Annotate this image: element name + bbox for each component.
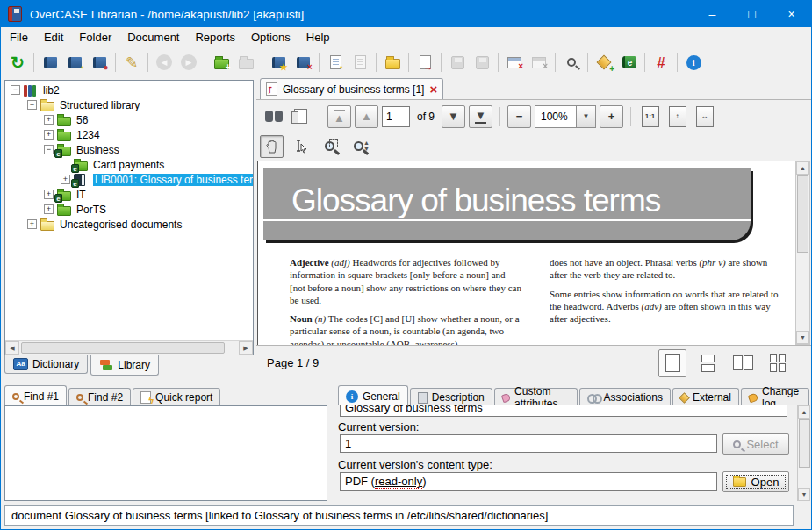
- collapse-icon[interactable]: [44, 145, 54, 154]
- scroll-down-icon[interactable]: ▼: [798, 488, 810, 501]
- facing-pages-layout-icon[interactable]: [729, 349, 757, 377]
- last-page-button[interactable]: ▼: [469, 105, 492, 128]
- delete-document-book-icon[interactable]: ×: [291, 50, 315, 75]
- scrollbar-thumb[interactable]: [21, 342, 225, 354]
- detail-vertical-scrollbar[interactable]: ▲ ▼: [797, 405, 811, 501]
- menu-document[interactable]: Document: [119, 28, 187, 47]
- open-button[interactable]: Open: [722, 471, 789, 492]
- menu-options[interactable]: Options: [243, 28, 298, 47]
- scrollbar-thumb[interactable]: [799, 419, 810, 468]
- continuous-layout-icon[interactable]: [693, 349, 722, 377]
- find-in-document-icon[interactable]: [262, 105, 285, 128]
- zoom-out-button[interactable]: −: [507, 105, 531, 128]
- zoom-in-button[interactable]: +: [600, 105, 623, 128]
- first-page-button[interactable]: ▲: [327, 105, 351, 128]
- menu-reports[interactable]: Reports: [187, 28, 243, 47]
- tree-item-ports[interactable]: PorTS: [5, 202, 253, 217]
- back-icon[interactable]: ◀: [152, 50, 176, 75]
- dynamic-zoom-tool-icon[interactable]: ▲▼: [347, 135, 370, 158]
- scrollbar-thumb[interactable]: [797, 175, 808, 253]
- pdf-vertical-scrollbar[interactable]: ▲ ▼: [795, 161, 810, 345]
- chevron-down-icon[interactable]: ▼: [576, 106, 595, 127]
- scroll-right-icon[interactable]: ▶: [239, 341, 253, 355]
- ebook-icon[interactable]: e: [616, 50, 641, 75]
- scroll-up-icon[interactable]: ▲: [798, 405, 810, 419]
- tab-change-log[interactable]: Change log: [741, 388, 809, 407]
- scroll-left-icon[interactable]: ◀: [5, 341, 19, 355]
- maximize-button[interactable]: □: [732, 1, 772, 27]
- close-all-windows-icon[interactable]: ×: [527, 50, 551, 75]
- edit-note-icon[interactable]: [119, 50, 144, 75]
- info-icon[interactable]: i: [681, 50, 706, 75]
- menu-edit[interactable]: Edit: [36, 28, 71, 47]
- expand-icon[interactable]: [44, 130, 54, 140]
- library-book-remove-icon[interactable]: ●: [87, 50, 111, 75]
- tab-glossary-document[interactable]: Glossary of business terms [1] ×: [260, 78, 443, 99]
- page-number-input[interactable]: [382, 106, 410, 127]
- fit-page-icon[interactable]: ↕: [665, 105, 689, 128]
- minimize-button[interactable]: –: [693, 1, 732, 27]
- hand-tool-icon[interactable]: [260, 135, 284, 158]
- tree-item-it[interactable]: e IT: [5, 187, 253, 202]
- find-results-area[interactable]: [4, 405, 327, 501]
- open-library-book-icon[interactable]: ▫: [38, 50, 62, 75]
- pdf-page-view[interactable]: Glossary of business terms Adjective (ad…: [257, 161, 795, 345]
- refresh-icon[interactable]: [5, 50, 30, 75]
- scroll-down-icon[interactable]: ▼: [796, 331, 809, 344]
- new-document-icon[interactable]: ▪: [323, 50, 348, 75]
- continuous-facing-layout-icon[interactable]: [764, 349, 792, 377]
- folder-disabled-icon[interactable]: [234, 50, 258, 75]
- menu-help[interactable]: Help: [298, 28, 338, 47]
- tab-find-2[interactable]: Find #2: [68, 388, 131, 407]
- content-type-field[interactable]: PDF (read-only): [340, 472, 717, 491]
- tab-quick-report[interactable]: Quick report: [133, 388, 220, 407]
- save-icon[interactable]: [445, 50, 470, 75]
- scroll-up-icon[interactable]: ▲: [796, 161, 809, 175]
- single-page-layout-icon[interactable]: [658, 349, 686, 377]
- library-book-note-icon[interactable]: ▪: [62, 50, 87, 75]
- current-version-field[interactable]: 1: [340, 434, 717, 453]
- search-icon[interactable]: [559, 50, 584, 75]
- tab-general[interactable]: i General: [338, 385, 408, 407]
- tree-item-business[interactable]: e Business: [5, 142, 253, 157]
- close-document-icon[interactable]: ×: [429, 82, 437, 96]
- document-disabled-icon[interactable]: [348, 50, 372, 75]
- expand-icon[interactable]: [44, 115, 54, 125]
- tree-item-lib2[interactable]: lib2: [5, 82, 253, 97]
- new-folder-icon[interactable]: +: [209, 50, 234, 75]
- number-icon[interactable]: [649, 50, 673, 75]
- expand-icon[interactable]: [61, 175, 70, 184]
- tree-item-56[interactable]: 56: [5, 112, 253, 127]
- expand-icon[interactable]: [27, 219, 37, 229]
- tab-library[interactable]: Library: [90, 355, 159, 376]
- actual-size-icon[interactable]: 1:1: [638, 105, 662, 128]
- zoom-level-select[interactable]: 100% ▼: [535, 105, 596, 128]
- select-button[interactable]: Select: [722, 433, 789, 455]
- tab-external[interactable]: External: [672, 388, 739, 407]
- forward-icon[interactable]: ▶: [176, 50, 201, 75]
- marquee-zoom-tool-icon[interactable]: [318, 135, 341, 158]
- tab-find-1[interactable]: Find #1: [4, 385, 67, 407]
- menu-file[interactable]: File: [2, 28, 36, 47]
- tab-associations[interactable]: Associations: [579, 388, 671, 407]
- tree-horizontal-scrollbar[interactable]: ◀ ▶: [5, 340, 253, 355]
- tree-item-structured-library[interactable]: Structured library: [5, 97, 253, 112]
- tree-item-card-payments[interactable]: e Card payments: [5, 157, 253, 172]
- close-button[interactable]: ×: [772, 1, 811, 27]
- open-folder-icon[interactable]: [380, 50, 405, 75]
- next-page-button[interactable]: ▼: [442, 105, 465, 128]
- page-thumbnails-icon[interactable]: [289, 105, 313, 128]
- previous-page-button[interactable]: ▲: [355, 105, 378, 128]
- tab-dictionary[interactable]: Aa Dictionary: [4, 355, 88, 374]
- tree-item-uncategorised-documents[interactable]: Uncategorised documents: [5, 217, 253, 232]
- expand-icon[interactable]: [44, 190, 54, 199]
- collapse-icon[interactable]: [27, 100, 37, 110]
- new-document-book-icon[interactable]: ★: [266, 50, 291, 75]
- tab-description[interactable]: Description: [410, 388, 492, 407]
- import-document-icon[interactable]: →: [413, 50, 437, 75]
- fit-width-icon[interactable]: ↔: [693, 105, 716, 128]
- collapse-icon[interactable]: [11, 85, 20, 95]
- tab-custom-attributes[interactable]: Custom attributes: [494, 388, 578, 407]
- document-title-field[interactable]: Glossary of business terms: [340, 405, 787, 417]
- tree-item-1234[interactable]: 1234: [5, 127, 253, 142]
